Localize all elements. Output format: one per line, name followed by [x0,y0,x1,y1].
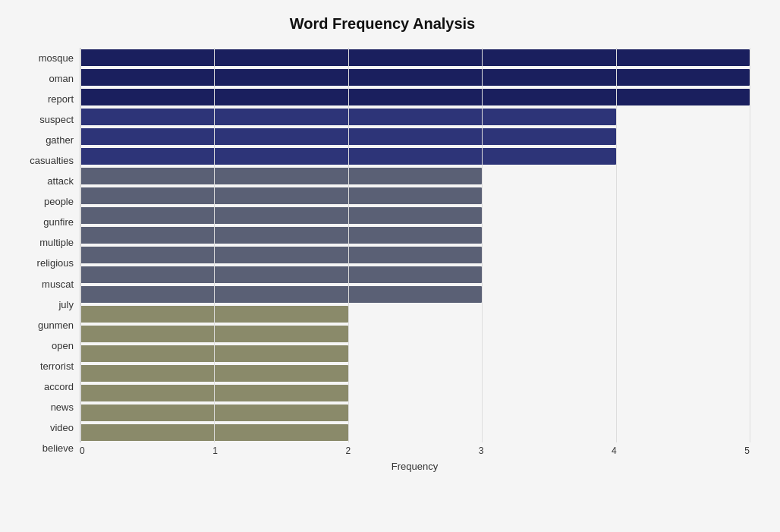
bar [80,266,482,283]
x-tick: 2 [346,445,351,456]
bar-row [80,87,750,107]
bar [80,345,348,362]
bar [80,385,348,401]
bars-and-xaxis: 012345 Frequency [80,48,750,458]
bar [80,365,348,382]
y-label: muscat [15,279,74,289]
bar-row [80,265,750,285]
y-label: open [15,341,74,351]
bar-row [80,285,750,304]
bar-row [80,206,750,225]
bar-row [80,324,750,344]
x-tick: 1 [212,445,218,456]
bar [80,247,482,263]
bar-row [80,166,750,186]
x-axis-label: Frequency [80,461,750,472]
y-label: video [15,423,74,433]
grid-line [750,48,750,442]
bar [80,207,482,224]
bar-row [80,403,750,423]
bar-row [80,107,750,127]
bar [80,89,750,105]
bar [80,326,348,342]
y-label: news [15,402,74,412]
chart-container: Word Frequency Analysis mosqueomanreport… [0,0,780,532]
chart-title: Word Frequency Analysis [15,15,750,33]
bar-row [80,423,750,442]
y-label: multiple [15,238,74,247]
y-label: mosque [15,53,74,63]
y-label: religious [15,258,74,268]
bar-row [80,225,750,245]
y-label: july [15,300,74,310]
bar-row [80,364,750,383]
bar [80,69,750,86]
bar-row [80,146,750,166]
x-tick: 3 [479,445,484,456]
bar [80,306,348,323]
bar-row [80,344,750,364]
bar [80,49,750,66]
y-label: gunmen [15,320,74,330]
y-label: gather [15,135,74,145]
chart-area: mosqueomanreportsuspectgathercasualtiesa… [15,48,750,458]
x-ticks: 012345 [80,445,750,456]
bar-row [80,186,750,206]
bar-row [80,68,750,87]
bar [80,424,348,441]
x-tick: 4 [612,445,617,456]
y-label: oman [15,74,74,83]
bar [80,109,616,125]
y-label: attack [15,176,74,186]
bar [80,168,482,184]
bar [80,286,482,303]
bar [80,187,482,204]
x-tick: 5 [744,445,750,456]
y-label: report [15,94,74,104]
y-label: gunfire [15,217,74,227]
y-label: believe [15,443,74,453]
y-label: suspect [15,115,74,124]
x-axis: 012345 Frequency [80,445,750,472]
y-label: accord [15,382,74,392]
bars-area [80,48,750,442]
bar [80,227,482,244]
bar-row [80,383,750,403]
y-label: people [15,197,74,206]
bar-row [80,245,750,265]
x-tick: 0 [80,445,85,456]
bar [80,148,616,165]
y-labels: mosqueomanreportsuspectgathercasualtiesa… [15,48,80,458]
y-label: terrorist [15,361,74,371]
y-label: casualties [15,156,74,165]
bar-row [80,304,750,324]
bar-row [80,48,750,68]
bar [80,128,616,145]
bar [80,405,348,421]
bar-row [80,127,750,146]
